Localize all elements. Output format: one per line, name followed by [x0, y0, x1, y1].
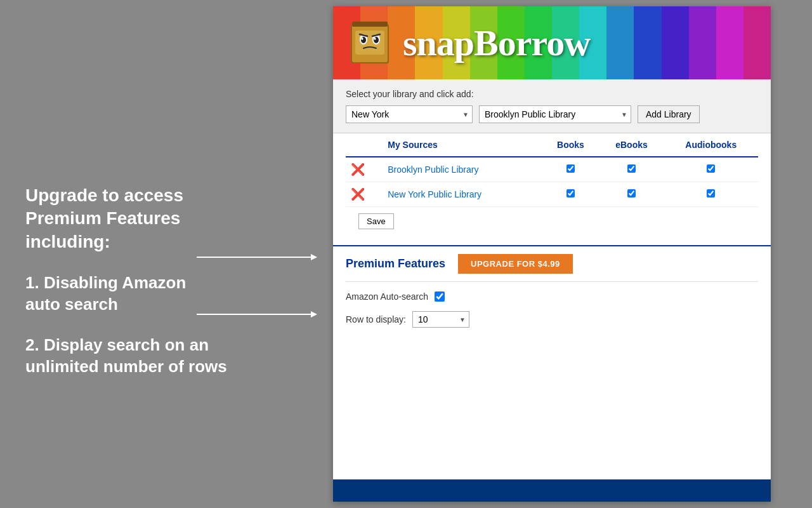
- app-footer: [333, 479, 771, 502]
- remove-cell[interactable]: ❌: [346, 182, 383, 207]
- amazon-autosearch-row: Amazon Auto-search: [346, 291, 758, 302]
- books-cell[interactable]: [542, 157, 599, 182]
- audiobooks-cell[interactable]: [664, 182, 759, 207]
- upgrade-text: Upgrade to access Premium Features inclu…: [25, 184, 330, 253]
- library-name-cell: New York Public Library: [383, 182, 542, 207]
- premium-header: Premium Features UPGRADE FOR $4.99: [346, 246, 758, 282]
- sources-table: My Sources Books eBooks Audiobooks ❌ Bro…: [346, 133, 758, 207]
- library-name-cell: Brooklyn Public Library: [383, 157, 542, 182]
- amazon-checkbox[interactable]: [435, 291, 445, 302]
- save-button[interactable]: Save: [358, 213, 394, 229]
- state-select-wrapper[interactable]: New York California Texas: [346, 105, 473, 123]
- svg-rect-15: [352, 22, 388, 27]
- app-header: snapBorrow: [333, 6, 771, 79]
- col-sources: My Sources: [383, 133, 542, 157]
- table-row: ❌ Brooklyn Public Library: [346, 157, 758, 182]
- feature1-text: 1. Disabling Amazon auto search: [25, 272, 330, 316]
- premium-features: Amazon Auto-search Row to display: 10 20…: [346, 282, 758, 337]
- ebooks-checkbox[interactable]: [627, 189, 636, 197]
- library-name: New York Public Library: [388, 189, 481, 199]
- library-select[interactable]: Brooklyn Public Library New York Public …: [479, 105, 631, 123]
- books-checkbox[interactable]: [566, 189, 575, 197]
- row-display-select[interactable]: 10 20 50 100 Unlimited: [412, 311, 469, 328]
- library-select-wrapper[interactable]: Brooklyn Public Library New York Public …: [479, 105, 631, 123]
- app-logo: [346, 18, 396, 69]
- select-label: Select your library and click add:: [346, 89, 758, 99]
- sources-section: My Sources Books eBooks Audiobooks ❌ Bro…: [333, 133, 771, 245]
- col-books: Books: [542, 133, 599, 157]
- library-selector-row: New York California Texas Brooklyn Publi…: [346, 105, 758, 123]
- upgrade-button[interactable]: UPGRADE FOR $4.99: [458, 254, 573, 274]
- row-select-wrapper[interactable]: 10 20 50 100 Unlimited: [412, 311, 469, 328]
- app-title: snapBorrow: [403, 22, 590, 64]
- col-remove: [346, 133, 383, 157]
- col-ebooks: eBooks: [599, 133, 664, 157]
- svg-point-12: [374, 37, 376, 40]
- add-library-button[interactable]: Add Library: [638, 105, 700, 123]
- left-panel: Upgrade to access Premium Features inclu…: [25, 184, 330, 396]
- ebooks-cell[interactable]: [599, 182, 664, 207]
- feature2-text: 2. Display search on an unlimited number…: [25, 335, 330, 378]
- state-select[interactable]: New York California Texas: [346, 105, 473, 123]
- audiobooks-cell[interactable]: [664, 157, 759, 182]
- books-cell[interactable]: [542, 182, 599, 207]
- audiobooks-checkbox[interactable]: [707, 164, 715, 173]
- library-name: Brooklyn Public Library: [388, 164, 478, 175]
- premium-title: Premium Features: [346, 257, 445, 271]
- col-audiobooks: Audiobooks: [664, 133, 759, 157]
- books-checkbox[interactable]: [566, 164, 575, 173]
- remove-cell[interactable]: ❌: [346, 157, 383, 182]
- library-selector-section: Select your library and click add: New Y…: [333, 79, 771, 133]
- amazon-label: Amazon Auto-search: [346, 291, 428, 302]
- remove-icon[interactable]: ❌: [351, 163, 365, 176]
- ebooks-checkbox[interactable]: [627, 164, 636, 173]
- row-display-label: Row to display:: [346, 314, 406, 324]
- app-panel: snapBorrow Select your library and click…: [333, 6, 771, 502]
- ebooks-cell[interactable]: [599, 157, 664, 182]
- premium-section: Premium Features UPGRADE FOR $4.99 Amazo…: [333, 245, 771, 337]
- svg-point-11: [362, 37, 363, 40]
- remove-icon[interactable]: ❌: [351, 188, 365, 201]
- table-row: ❌ New York Public Library: [346, 182, 758, 207]
- row-display-row: Row to display: 10 20 50 100 Unlimited: [346, 311, 758, 328]
- audiobooks-checkbox[interactable]: [707, 189, 715, 197]
